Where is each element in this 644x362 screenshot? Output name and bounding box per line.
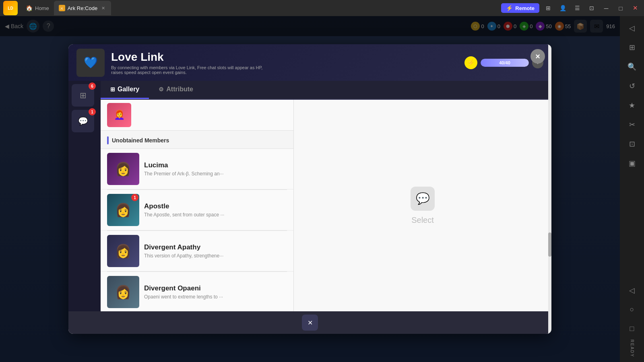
- modal-footer: ✕: [68, 311, 551, 334]
- member-item-apostle[interactable]: 👩 1 Apostle The Apostle, sent from outer…: [101, 190, 293, 230]
- modal-title: Love Link: [111, 51, 458, 64]
- lucima-info: Lucima The Premier of Ark-β. Scheming an…: [144, 161, 287, 177]
- opaeni-avatar-img: 👩: [115, 284, 131, 300]
- game-tab-close[interactable]: ✕: [100, 5, 106, 11]
- member-list-panel: 👩‍🦰 Unobtained Members 👩: [101, 100, 294, 311]
- game-area: ◀ Back 🌐 ? ⬡ 0 ✦ 0 ⬢ 0 ◈ 0 ◆ 50 ◉ 55 📦: [0, 16, 620, 362]
- select-placeholder: 💬 Select: [411, 187, 435, 225]
- home-tab[interactable]: 🏠 Home: [21, 1, 54, 15]
- modal-header-info: Love Link By connecting with members via…: [111, 51, 458, 75]
- gallery-tab-label: Gallery: [118, 86, 139, 93]
- strip-avatar: 👩‍🦰: [107, 103, 131, 127]
- opaeni-info: Divergent Opaeni Opaeni went to extreme …: [144, 284, 287, 300]
- select-text: Select: [411, 216, 434, 225]
- sidebar-btn-scissors[interactable]: ✂: [623, 116, 641, 134]
- section-header-unobtained: Unobtained Members: [101, 131, 293, 149]
- lucima-desc: The Premier of Ark-β. Scheming an···: [144, 171, 287, 177]
- game-tab-icon: ⚔: [59, 5, 65, 11]
- window-icon-btn[interactable]: ⊡: [586, 2, 597, 14]
- member-item-lucima[interactable]: 👩 Lucima The Premier of Ark-β. Scheming …: [101, 149, 293, 189]
- heart-icon: 💙: [84, 56, 98, 69]
- opaeni-name: Divergent Opaeni: [144, 284, 287, 292]
- scrollbar-thumb: [548, 232, 551, 257]
- avatar-opaeni: 👩: [107, 276, 139, 308]
- attribute-tab-icon: ⚙: [159, 86, 164, 93]
- sidebar-btn-grid[interactable]: ⊞: [623, 39, 641, 56]
- ready-label: READY: [630, 339, 634, 357]
- chat-nav-icon: 💬: [78, 116, 88, 126]
- account-icon-btn[interactable]: 👤: [557, 2, 568, 14]
- tab-attribute[interactable]: ⚙ Attribute: [149, 81, 203, 99]
- sidebar-btn-star[interactable]: ★: [623, 97, 641, 114]
- apathy-name: Divergent Apathy: [144, 243, 287, 251]
- app-logo: LD: [3, 1, 18, 15]
- energy-bar: 40/40: [481, 59, 529, 67]
- home-icon: 🏠: [26, 5, 33, 11]
- avatar-apathy: 👩: [107, 235, 139, 267]
- right-select-panel: 💬 Select: [294, 100, 551, 311]
- tab-gallery[interactable]: ⊞ Gallery: [101, 81, 149, 99]
- nav-chat-btn[interactable]: 💬 1: [72, 110, 94, 132]
- sidebar-btn-screen[interactable]: ⊡: [623, 135, 641, 153]
- bottom-close-icon: ✕: [308, 319, 313, 327]
- gallery-badge: 6: [89, 82, 96, 90]
- tabs-row: ⊞ Gallery ⚙ Attribute: [101, 81, 551, 100]
- modal-subtitle: By connecting with members via Love Link…: [111, 65, 272, 75]
- lightning-icon: ⚡: [506, 5, 513, 11]
- left-nav-panel: ⊞ 6 💬 1: [68, 81, 101, 311]
- opaeni-desc: Opaeni went to extreme lengths to ···: [144, 294, 287, 300]
- select-chat-icon: 💬: [411, 187, 435, 211]
- titlebar: LD 🏠 Home ⚔ Ark Re:Code ✕ ⚡ Remote ⊞ 👤 ☰…: [0, 0, 644, 16]
- apostle-avatar-img: 👩: [115, 202, 131, 218]
- home-tab-label: Home: [35, 5, 49, 11]
- close-win-btn[interactable]: ✕: [630, 2, 641, 14]
- modal-bottom-close-btn[interactable]: ✕: [302, 315, 318, 331]
- sidebar-btn-sync[interactable]: ↺: [623, 77, 641, 95]
- modal-close-btn[interactable]: ×: [530, 49, 545, 64]
- top-avatar-strip: 👩‍🦰: [101, 100, 293, 131]
- apostle-desc: The Apostle, sent from outer space ···: [144, 212, 287, 218]
- modal-overlay: 💙 Love Link By connecting with members v…: [0, 16, 620, 362]
- sidebar-btn-back[interactable]: ◁: [623, 19, 641, 37]
- sidebar-btn-undo[interactable]: ◁: [623, 282, 641, 299]
- logo-text: LD: [8, 6, 13, 10]
- minimize-btn[interactable]: ─: [601, 2, 612, 14]
- sidebar-btn-home[interactable]: ○: [623, 301, 641, 319]
- remote-label: Remote: [515, 5, 535, 11]
- lucima-name: Lucima: [144, 161, 287, 169]
- sidebar-btn-search[interactable]: 🔍: [623, 58, 641, 76]
- right-sidebar: ◁ ⊞ 🔍 ↺ ★ ✂ ⊡ ▣ ◁ ○ □ READY: [620, 16, 644, 362]
- nav-gallery-btn[interactable]: ⊞ 6: [72, 84, 94, 107]
- apostle-info: Apostle The Apostle, sent from outer spa…: [144, 202, 287, 218]
- love-link-modal: 💙 Love Link By connecting with members v…: [68, 44, 551, 334]
- attribute-tab-label: Attribute: [166, 86, 193, 93]
- titlebar-controls: ⚡ Remote ⊞ 👤 ☰ ⊡ ─ □ ✕: [501, 2, 641, 14]
- modal-header-icon: 💙: [76, 49, 105, 77]
- maximize-btn[interactable]: □: [615, 2, 626, 14]
- member-item-apathy[interactable]: 👩 Divergent Apathy This version of Apath…: [101, 231, 293, 272]
- remote-button[interactable]: ⚡ Remote: [501, 3, 539, 13]
- apathy-info: Divergent Apathy This version of Apathy,…: [144, 243, 287, 259]
- sidebar-btn-layout[interactable]: ▣: [623, 154, 641, 172]
- avatar-lucima: 👩: [107, 153, 139, 185]
- menu-icon-btn[interactable]: ☰: [572, 2, 583, 14]
- section-title-unobtained: Unobtained Members: [112, 137, 169, 144]
- energy-text: 40/40: [499, 60, 510, 65]
- game-tab-label: Ark Re:Code: [68, 5, 97, 11]
- lucima-avatar-img: 👩: [115, 161, 131, 177]
- gallery-nav-icon: ⊞: [80, 90, 87, 100]
- users-icon-btn[interactable]: ⊞: [543, 2, 554, 14]
- apathy-desc: This version of Apathy, strengthene···: [144, 253, 287, 259]
- modal-header: 💙 Love Link By connecting with members v…: [68, 44, 551, 81]
- chat-badge: 1: [89, 108, 96, 115]
- energy-icon: ⚡: [464, 56, 477, 69]
- content-area: 👩‍🦰 Unobtained Members 👩: [101, 100, 551, 311]
- gallery-tab-icon: ⊞: [110, 86, 115, 93]
- section-bar: [107, 136, 109, 144]
- apostle-name: Apostle: [144, 202, 287, 210]
- right-scrollbar[interactable]: [548, 100, 551, 311]
- apathy-avatar-img: 👩: [115, 243, 131, 259]
- game-tab[interactable]: ⚔ Ark Re:Code ✕: [54, 1, 111, 15]
- member-item-opaeni[interactable]: 👩 Divergent Opaeni Opaeni went to extrem…: [101, 272, 293, 311]
- sidebar-btn-square[interactable]: □: [623, 320, 641, 338]
